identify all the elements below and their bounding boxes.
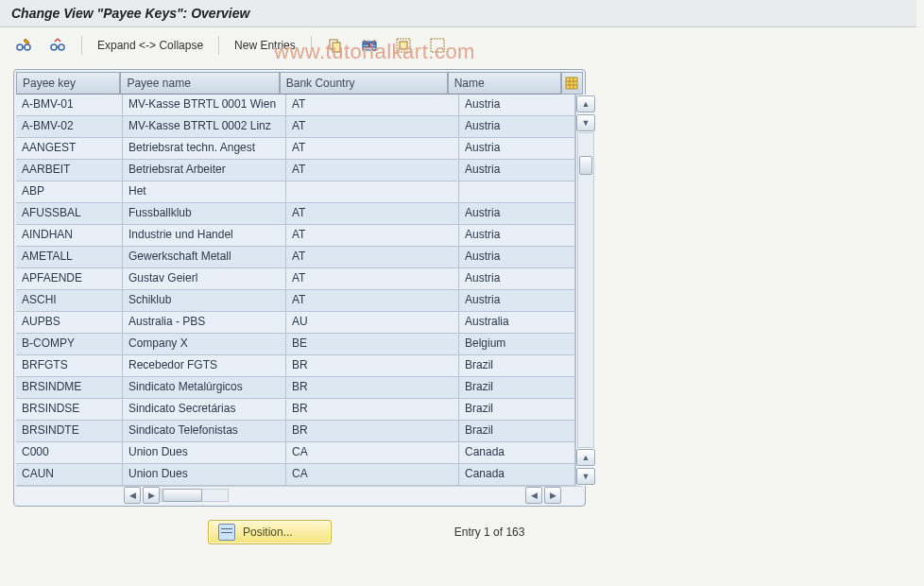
cell-payee-name[interactable]: Industrie und Handel xyxy=(123,225,286,247)
cell-payee-key[interactable]: AINDHAN xyxy=(16,225,123,247)
table-row[interactable]: BRSINDSESindicato SecretáriasBRBrazil xyxy=(16,399,575,421)
cell-country-name[interactable]: Austria xyxy=(459,95,575,116)
scroll-down-arrow-2[interactable]: ▼ xyxy=(576,468,595,485)
table-row[interactable]: BRFGTSRecebedor FGTSBRBrazil xyxy=(16,355,575,377)
cell-payee-name[interactable]: Union Dues xyxy=(123,464,286,486)
copy-as-button[interactable] xyxy=(321,34,350,57)
table-row[interactable]: AMETALLGewerkschaft MetallATAustria xyxy=(16,247,575,268)
col-header-payee-name[interactable]: Payee name xyxy=(120,72,279,95)
cell-payee-key[interactable]: A-BMV-02 xyxy=(16,116,123,138)
horizontal-scrollbar[interactable]: ◀ ▶ ◀ ▶ xyxy=(16,486,583,504)
cell-payee-key[interactable]: CAUN xyxy=(16,464,123,486)
cell-payee-key[interactable]: BRSINDTE xyxy=(16,421,123,442)
cell-payee-name[interactable]: Sindicato Secretárias xyxy=(123,399,286,421)
hscroll-track[interactable] xyxy=(161,489,229,502)
scroll-down-arrow[interactable]: ▼ xyxy=(576,114,595,131)
cell-payee-key[interactable]: ASCHI xyxy=(16,290,123,312)
cell-bank-country[interactable]: BR xyxy=(286,355,459,377)
table-row[interactable]: AUPBSAustralia - PBSAUAustralia xyxy=(16,312,575,334)
cell-payee-name[interactable]: Recebedor FGTS xyxy=(123,355,286,377)
cell-bank-country[interactable]: BR xyxy=(286,421,459,442)
cell-payee-key[interactable]: A-BMV-01 xyxy=(16,95,123,116)
cell-payee-name[interactable]: Het xyxy=(123,181,286,203)
position-button[interactable]: Position... xyxy=(208,520,332,544)
scrollbar-track[interactable] xyxy=(577,132,594,448)
cell-bank-country[interactable]: BR xyxy=(286,399,459,421)
table-row[interactable]: APFAENDEGustav GeierlATAustria xyxy=(16,268,575,290)
cell-country-name[interactable]: Australia xyxy=(459,312,575,334)
cell-bank-country[interactable] xyxy=(286,181,459,203)
table-row[interactable]: AARBEITBetriebsrat ArbeiterATAustria xyxy=(16,160,575,181)
cell-country-name[interactable]: Brazil xyxy=(459,399,575,421)
delete-button[interactable] xyxy=(355,34,384,57)
cell-payee-key[interactable]: B-COMPY xyxy=(16,334,123,355)
cell-payee-name[interactable]: Fussballklub xyxy=(123,203,286,225)
cell-country-name[interactable]: Canada xyxy=(459,464,575,486)
cell-payee-key[interactable]: C000 xyxy=(16,442,123,464)
cell-bank-country[interactable]: AT xyxy=(286,95,459,116)
cell-country-name[interactable]: Brazil xyxy=(459,355,575,377)
other-view-button[interactable] xyxy=(43,34,72,57)
cell-country-name[interactable]: Austria xyxy=(459,225,575,247)
cell-bank-country[interactable]: BR xyxy=(286,377,459,399)
table-row[interactable]: AANGESTBetriebsrat techn. AngestATAustri… xyxy=(16,138,575,160)
cell-country-name[interactable]: Austria xyxy=(459,247,575,268)
cell-bank-country[interactable]: AT xyxy=(286,247,459,268)
cell-bank-country[interactable]: BE xyxy=(286,334,459,355)
cell-payee-key[interactable]: BRSINDSE xyxy=(16,399,123,421)
cell-payee-name[interactable]: Sindicato Telefonistas xyxy=(123,421,286,442)
cell-bank-country[interactable]: AT xyxy=(286,203,459,225)
cell-bank-country[interactable]: AT xyxy=(286,268,459,290)
table-row[interactable]: BRSINDTESindicato TelefonistasBRBrazil xyxy=(16,421,575,442)
table-row[interactable]: ABPHet xyxy=(16,181,575,203)
cell-country-name[interactable]: Austria xyxy=(459,203,575,225)
cell-payee-name[interactable]: MV-Kasse BTRTL 0001 Wien xyxy=(123,95,286,116)
cell-country-name[interactable]: Belgium xyxy=(459,334,575,355)
cell-country-name[interactable] xyxy=(459,181,575,203)
cell-payee-key[interactable]: ABP xyxy=(16,181,123,203)
table-row[interactable]: BRSINDMESindicato MetalúrgicosBRBrazil xyxy=(16,377,575,399)
cell-bank-country[interactable]: AT xyxy=(286,225,459,247)
cell-payee-key[interactable]: BRFGTS xyxy=(16,355,123,377)
cell-bank-country[interactable]: CA xyxy=(286,442,459,464)
cell-payee-name[interactable]: Union Dues xyxy=(123,442,286,464)
hscroll-right-arrow-2[interactable]: ▶ xyxy=(544,487,561,504)
cell-country-name[interactable]: Brazil xyxy=(459,377,575,399)
cell-payee-name[interactable]: Company X xyxy=(123,334,286,355)
col-header-name[interactable]: Name xyxy=(448,72,561,95)
scrollbar-thumb[interactable] xyxy=(579,156,592,175)
scroll-up-arrow-2[interactable]: ▲ xyxy=(576,449,595,466)
cell-country-name[interactable]: Austria xyxy=(459,160,575,181)
table-settings-button[interactable] xyxy=(561,72,583,95)
cell-payee-name[interactable]: Betriebsrat Arbeiter xyxy=(123,160,286,181)
cell-country-name[interactable]: Brazil xyxy=(459,421,575,442)
hscroll-right-arrow[interactable]: ▶ xyxy=(143,487,160,504)
hscroll-left-arrow-2[interactable]: ◀ xyxy=(525,487,542,504)
table-row[interactable]: AINDHANIndustrie und HandelATAustria xyxy=(16,225,575,247)
cell-payee-name[interactable]: Gewerkschaft Metall xyxy=(123,247,286,268)
table-row[interactable]: B-COMPYCompany XBEBelgium xyxy=(16,334,575,355)
vertical-scrollbar[interactable]: ▲ ▼ ▲ ▼ xyxy=(575,95,595,486)
table-row[interactable]: C000Union DuesCACanada xyxy=(16,442,575,464)
col-header-payee-key[interactable]: Payee key xyxy=(16,72,120,95)
cell-payee-key[interactable]: AUPBS xyxy=(16,312,123,334)
cell-country-name[interactable]: Austria xyxy=(459,268,575,290)
table-row[interactable]: A-BMV-01MV-Kasse BTRTL 0001 WienATAustri… xyxy=(16,95,575,116)
display-change-toggle[interactable] xyxy=(9,34,38,57)
hscroll-left-arrow[interactable]: ◀ xyxy=(124,487,141,504)
scroll-up-arrow[interactable]: ▲ xyxy=(576,95,595,112)
cell-bank-country[interactable]: AT xyxy=(286,290,459,312)
col-header-bank-country[interactable]: Bank Country xyxy=(280,72,448,95)
cell-payee-name[interactable]: Australia - PBS xyxy=(123,312,286,334)
cell-payee-name[interactable]: Betriebsrat techn. Angest xyxy=(123,138,286,160)
cell-payee-key[interactable]: AMETALL xyxy=(16,247,123,268)
cell-country-name[interactable]: Austria xyxy=(459,290,575,312)
cell-payee-name[interactable]: MV-Kasse BTRTL 0002 Linz xyxy=(123,116,286,138)
cell-payee-name[interactable]: Schiklub xyxy=(123,290,286,312)
table-row[interactable]: CAUNUnion DuesCACanada xyxy=(16,464,575,486)
cell-bank-country[interactable]: AT xyxy=(286,116,459,138)
cell-payee-name[interactable]: Sindicato Metalúrgicos xyxy=(123,377,286,399)
cell-country-name[interactable]: Austria xyxy=(459,116,575,138)
cell-country-name[interactable]: Canada xyxy=(459,442,575,464)
table-row[interactable]: A-BMV-02MV-Kasse BTRTL 0002 LinzATAustri… xyxy=(16,116,575,138)
